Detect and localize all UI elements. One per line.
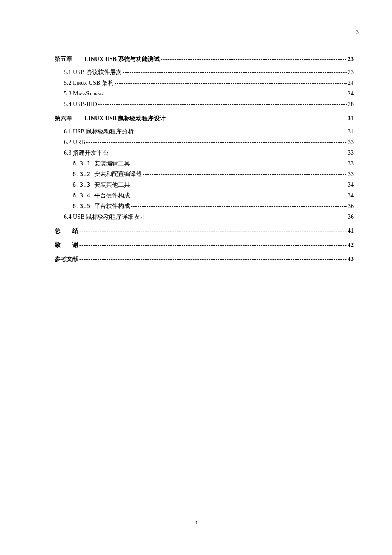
- toc-ch5-page: 23: [347, 55, 354, 64]
- toc-section-6-4: 6.4 USB 鼠标驱动程序详细设计 36: [55, 212, 354, 221]
- toc-leader: [142, 170, 347, 179]
- toc-leader: [146, 213, 347, 221]
- toc-leader: [130, 181, 347, 189]
- toc-6-3-page: 33: [347, 148, 354, 157]
- toc-6-3-1-label: 6.3.1 安装编辑工具: [72, 159, 130, 168]
- toc-5-2-page: 24: [347, 78, 354, 87]
- toc-ack-label: 致谢: [55, 240, 78, 249]
- toc-leader: [78, 255, 347, 263]
- toc-leader: [122, 68, 347, 77]
- toc-6-3-5-label: 6.3.5 平台软件构成: [72, 202, 130, 211]
- toc-5-3-label: 5.3 MassStorsge: [64, 89, 106, 98]
- toc-section-5-2: 5.2 Linux USB 架构 24: [55, 78, 354, 87]
- toc-chapter-5: 第五章LINUX USB 系统与功能测试 23: [55, 55, 354, 64]
- toc-leader: [106, 90, 347, 98]
- toc-section-6-3-4: 6.3.4 平台硬件构成 34: [55, 191, 354, 200]
- toc-leader: [166, 114, 347, 123]
- toc-6-1-page: 31: [347, 127, 354, 136]
- toc-ref-page: 43: [347, 254, 354, 263]
- toc-chapter-6: 第六章LINUX USB 鼠标驱动程序设计 31: [55, 114, 354, 123]
- toc-ref-label: 参考文献: [55, 254, 78, 263]
- toc-leader: [134, 127, 347, 136]
- toc-6-4-page: 36: [347, 212, 354, 221]
- toc-section-6-1: 6.1 USB 鼠标驱动程序分析 31: [55, 127, 354, 136]
- toc-6-3-1-page: 33: [347, 159, 354, 168]
- toc-6-4-label: 6.4 USB 鼠标驱动程序详细设计: [64, 212, 146, 221]
- toc-leader: [130, 191, 347, 200]
- toc-6-3-4-label: 6.3.4 平台硬件构成: [72, 191, 130, 200]
- toc-section-6-3: 6.3 搭建开发平台 33: [55, 148, 354, 157]
- toc-references: 参考文献 43: [55, 254, 354, 263]
- toc-5-3-page: 24: [347, 89, 354, 98]
- toc-section-6-3-3: 6.3.3 安装其他工具 34: [55, 180, 354, 189]
- toc-6-2-label: 6.2 URB: [64, 138, 85, 147]
- toc-conclusion: 总结 41: [55, 226, 354, 235]
- toc-leader: [97, 100, 347, 109]
- header-divider: [55, 35, 337, 36]
- toc-5-4-page: 28: [347, 100, 354, 109]
- toc-conclusion-page: 41: [347, 226, 354, 235]
- toc-section-5-1: 5.1 USB 协议软件层次 23: [55, 68, 354, 77]
- toc-content: 第五章LINUX USB 系统与功能测试 23 5.1 USB 协议软件层次 2…: [55, 49, 354, 265]
- toc-ch5-label: 第五章LINUX USB 系统与功能测试: [55, 55, 160, 64]
- toc-6-3-label: 6.3 搭建开发平台: [64, 148, 109, 157]
- toc-section-6-3-1: 6.3.1 安装编辑工具 33: [55, 159, 354, 168]
- toc-ch6-page: 31: [347, 114, 354, 123]
- toc-section-6-3-2: 6.3.2 安装和配置编译器 33: [55, 170, 354, 179]
- toc-section-6-3-5: 6.3.5 平台软件构成 36: [55, 202, 354, 211]
- toc-6-1-label: 6.1 USB 鼠标驱动程序分析: [64, 127, 134, 136]
- toc-leader: [109, 149, 347, 157]
- toc-leader: [78, 227, 347, 235]
- toc-5-2-label: 5.2 Linux USB 架构: [64, 78, 114, 87]
- toc-6-3-3-label: 6.3.3 安装其他工具: [72, 180, 130, 189]
- toc-6-3-5-page: 36: [347, 202, 354, 211]
- toc-6-2-page: 33: [347, 138, 354, 147]
- toc-section-6-2: 6.2 URB 33: [55, 138, 354, 147]
- toc-6-3-2-label: 6.3.2 安装和配置编译器: [72, 170, 142, 179]
- toc-ch6-label: 第六章LINUX USB 鼠标驱动程序设计: [55, 114, 166, 123]
- toc-leader: [114, 79, 347, 87]
- header-page-number: 3: [356, 29, 359, 36]
- toc-conclusion-label: 总结: [55, 226, 78, 235]
- toc-acknowledgment: 致谢 42: [55, 240, 354, 249]
- footer-page-number: 3: [0, 519, 392, 526]
- toc-6-3-3-page: 34: [347, 180, 354, 189]
- toc-6-3-2-page: 33: [347, 170, 354, 179]
- toc-5-1-page: 23: [347, 68, 354, 77]
- toc-section-5-3: 5.3 MassStorsge 24: [55, 89, 354, 98]
- toc-ack-page: 42: [347, 240, 354, 249]
- toc-leader: [130, 202, 347, 211]
- toc-5-1-label: 5.1 USB 协议软件层次: [64, 68, 122, 77]
- toc-leader: [78, 241, 347, 249]
- toc-leader: [85, 138, 347, 147]
- toc-6-3-4-page: 34: [347, 191, 354, 200]
- toc-leader: [160, 55, 347, 64]
- toc-5-4-label: 5.4 USB-HID: [64, 100, 97, 109]
- toc-leader: [130, 159, 347, 168]
- toc-section-5-4: 5.4 USB-HID 28: [55, 100, 354, 109]
